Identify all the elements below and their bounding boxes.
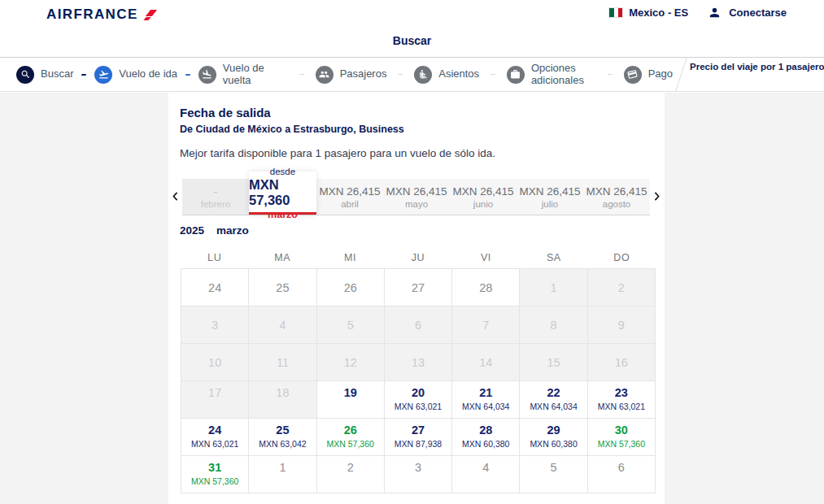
calendar-day-19[interactable]: 19 — [317, 381, 385, 419]
calendar-day-24[interactable]: 24MXN 63,021 — [181, 419, 249, 456]
day-number: 20 — [412, 386, 425, 399]
calendar-day-30[interactable]: 30MXN 57,360 — [588, 419, 656, 456]
calendar-week-row: 24MXN 63,02125MXN 63,04226MXN 57,36027MX… — [181, 419, 656, 456]
day-number: 17 — [208, 386, 221, 399]
previous-months-button[interactable] — [168, 180, 182, 215]
plane-arrival-icon — [198, 66, 216, 84]
tab-month-price: - — [214, 185, 218, 198]
day-number: 5 — [551, 461, 557, 474]
day-number: 11 — [277, 356, 289, 369]
weekday-header-row: LUMAMIJUVISADO — [181, 247, 656, 268]
calendar-day-27[interactable]: 27MXN 87,938 — [385, 419, 452, 456]
day-number: 28 — [479, 424, 492, 437]
airfrance-swoosh-icon — [142, 10, 155, 20]
calendar-day-22[interactable]: 22MXN 64,034 — [520, 381, 587, 419]
day-number: 3 — [415, 461, 421, 474]
airfrance-logo[interactable]: AIRFRANCE — [46, 7, 155, 23]
weekday-header: LU — [181, 247, 248, 268]
day-number: 1 — [279, 461, 286, 474]
calendar-day-13: 13 — [385, 344, 452, 381]
calendar-day-3: 3 — [385, 456, 452, 493]
weekday-header: DO — [588, 247, 656, 268]
day-number: 7 — [482, 319, 489, 332]
price-per-passenger-note: Precio del viaje por 1 pasajero — [687, 58, 824, 72]
day-number: 6 — [415, 319, 421, 332]
day-number: 29 — [547, 424, 560, 437]
day-number: 27 — [412, 281, 425, 294]
calendar-week-row: 3456789 — [181, 306, 656, 344]
day-price: MXN 64,034 — [530, 402, 577, 411]
calendar-day-21[interactable]: 21MXN 64,034 — [452, 381, 520, 419]
calendar-day-26[interactable]: 26MXN 57,360 — [317, 419, 385, 456]
month-tab-abril[interactable]: MXN 26,415abril — [316, 179, 383, 215]
search-icon — [16, 66, 34, 84]
tab-price-prefix: desde — [270, 167, 295, 176]
departure-calendar: LUMAMIJUVISADO 2425262728123456789101112… — [181, 247, 656, 493]
step-pasajeros: Pasajeros — [316, 66, 387, 84]
section-heading: Fecha de salida — [180, 106, 665, 119]
calendar-day-2: 2 — [317, 456, 385, 493]
day-number: 28 — [479, 281, 492, 294]
tab-month-price: MXN 26,415 — [519, 185, 580, 198]
booking-stepper: BuscarVuelo de idaVuelo de vueltaPasajer… — [0, 57, 824, 92]
step-connector — [490, 74, 495, 75]
step-vuelo-de-ida[interactable]: Vuelo de ida — [94, 66, 177, 84]
tab-month-price: MXN 57,360 — [249, 177, 316, 208]
calendar-day-7: 7 — [452, 306, 520, 344]
calendar-day-20[interactable]: 20MXN 63,021 — [385, 381, 452, 419]
calendar-day-9: 9 — [588, 306, 656, 344]
calendar-day-25[interactable]: 25MXN 63,042 — [249, 419, 316, 456]
locale-selector[interactable]: Mexico - ES — [629, 7, 688, 19]
weekday-header: VI — [452, 247, 520, 268]
calendar-day-29[interactable]: 29MXN 60,380 — [520, 419, 587, 456]
day-number: 16 — [615, 356, 628, 369]
flag-mexico-icon — [609, 8, 622, 17]
credit-card-icon — [624, 66, 642, 84]
day-number: 2 — [618, 281, 625, 294]
calendar-month: marzo — [216, 224, 249, 237]
day-number: 5 — [347, 319, 354, 332]
tab-month-name: mayo — [405, 199, 428, 209]
day-number: 18 — [276, 386, 289, 399]
day-number: 15 — [547, 356, 560, 369]
day-number: 25 — [276, 281, 289, 294]
weekday-header: JU — [384, 247, 451, 268]
calendar-day-1: 1 — [520, 269, 587, 306]
calendar-day-31[interactable]: 31MXN 57,360 — [181, 456, 249, 493]
calendar-day-8: 8 — [520, 306, 587, 344]
day-number: 30 — [615, 424, 628, 437]
airfrance-logo-text: AIRFRANCE — [46, 7, 138, 23]
day-number: 26 — [344, 424, 357, 437]
tab-month-name: junio — [473, 199, 493, 209]
calendar-day-28[interactable]: 28MXN 60,380 — [452, 419, 520, 456]
tab-month-price: MXN 26,415 — [586, 185, 647, 198]
calendar-week-row: 31MXN 57,360123456 — [181, 456, 656, 493]
next-months-button[interactable] — [650, 180, 664, 215]
calendar-day-14: 14 — [452, 344, 520, 381]
calendar-day-6: 6 — [588, 456, 656, 493]
tab-month-name: abril — [341, 199, 359, 209]
passengers-icon — [316, 66, 334, 84]
stepper-diagonal-divider — [675, 57, 687, 92]
month-tab-mayo[interactable]: MXN 26,415mayo — [383, 179, 450, 215]
step-label: Buscar — [41, 68, 73, 80]
seat-icon — [414, 66, 432, 84]
calendar-day-1: 1 — [249, 456, 316, 493]
calendar-day-3: 3 — [181, 306, 249, 344]
month-tab-marzo[interactable]: desdeMXN 57,360marzo — [249, 172, 316, 215]
calendar-day-26: 26 — [317, 269, 385, 306]
month-tab-agosto[interactable]: MXN 26,415agosto — [583, 179, 650, 215]
best-fare-description: Mejor tarifa disponible para 1 pasajero … — [180, 147, 665, 159]
day-number: 21 — [479, 386, 492, 399]
calendar-day-16: 16 — [588, 344, 656, 381]
calendar-day-23[interactable]: 23MXN 63,021 — [588, 381, 656, 419]
step-label: Vuelo de vuelta — [223, 63, 288, 85]
login-button[interactable]: Conectarse — [729, 7, 787, 19]
month-tab-julio[interactable]: MXN 26,415julio — [517, 179, 583, 215]
step-buscar[interactable]: Buscar — [16, 66, 73, 84]
tab-month-price: MXN 26,415 — [452, 185, 513, 198]
briefcase-icon — [507, 66, 525, 84]
day-number: 26 — [344, 281, 357, 294]
calendar-week-row: 242526272812 — [181, 268, 656, 306]
month-tab-junio[interactable]: MXN 26,415junio — [450, 179, 517, 215]
